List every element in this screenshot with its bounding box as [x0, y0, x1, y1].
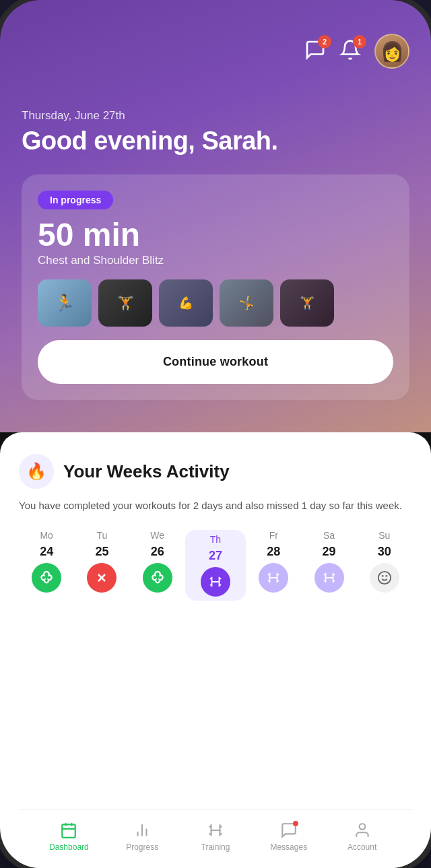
activity-header: 🔥 Your Weeks Activity — [19, 454, 412, 489]
cal-icon-su — [370, 563, 399, 593]
notifications-button[interactable]: 1 — [339, 39, 361, 63]
phone-shell: 2 1 👩 Thursday, June 27th Good evening, … — [0, 0, 431, 868]
cal-day-tu[interactable]: Tu 25 — [74, 530, 129, 593]
activity-title: Your Weeks Activity — [63, 461, 230, 482]
nav-progress[interactable]: Progress — [106, 821, 179, 852]
svg-rect-5 — [63, 824, 76, 838]
cal-num-fr: 28 — [267, 545, 280, 559]
exercise-thumb-1: 🏃 — [38, 279, 92, 327]
bottom-nav: Dashboard Progress — [19, 809, 412, 868]
avatar[interactable]: 👩 — [374, 34, 409, 69]
cal-icon-mo — [32, 563, 61, 593]
cal-label-su: Su — [378, 530, 390, 541]
cal-num-mo: 24 — [40, 545, 53, 559]
greeting-main: Good evening, Sarah. — [22, 127, 409, 156]
exercise-thumbnails: 🏃 🏋️ 💪 🤸 🏋️ — [38, 279, 393, 327]
cal-icon-th — [201, 567, 230, 597]
calendar-week: Mo 24 Tu 25 — [19, 530, 412, 601]
in-progress-badge: In progress — [38, 191, 113, 209]
messages-dot — [293, 821, 298, 826]
cal-icon-tu — [87, 563, 117, 593]
svg-point-2 — [378, 571, 391, 583]
progress-icon — [133, 821, 152, 840]
exercise-thumb-3: 💪 — [159, 279, 213, 327]
nav-account[interactable]: Account — [325, 821, 399, 852]
screen: 2 1 👩 Thursday, June 27th Good evening, … — [0, 0, 431, 868]
notifications-badge: 1 — [353, 35, 366, 48]
cal-label-th: Th — [210, 534, 221, 545]
exercise-thumb-2: 🏋️ — [98, 279, 152, 327]
cal-label-we: We — [150, 530, 164, 541]
cal-label-mo: Mo — [40, 530, 53, 541]
dashboard-icon — [59, 821, 78, 840]
workout-name: Chest and Shoulder Blitz — [38, 254, 393, 267]
nav-messages-label: Messages — [270, 842, 307, 852]
activity-fire-icon: 🔥 — [19, 454, 54, 489]
cal-num-tu: 25 — [95, 545, 108, 559]
account-icon — [353, 821, 372, 840]
nav-messages[interactable]: Messages — [252, 821, 325, 852]
nav-training[interactable]: Training — [179, 821, 253, 852]
activity-description: You have completed your workouts for 2 d… — [19, 498, 412, 514]
cal-day-su[interactable]: Su 30 — [357, 530, 412, 593]
cal-num-th: 27 — [209, 549, 222, 563]
workout-card: In progress 50 min Chest and Shoulder Bl… — [22, 174, 409, 400]
messages-nav-icon — [279, 821, 298, 840]
cal-num-su: 30 — [378, 545, 391, 559]
bottom-section: 🔥 Your Weeks Activity You have completed… — [0, 432, 431, 868]
nav-dashboard-label: Dashboard — [49, 842, 89, 852]
cal-num-we: 26 — [151, 545, 164, 559]
greeting-date: Thursday, June 27th — [22, 109, 409, 123]
cal-num-sa: 29 — [323, 545, 336, 559]
nav-training-label: Training — [201, 842, 230, 852]
exercise-thumb-4: 🤸 — [220, 279, 273, 327]
cal-icon-sa — [314, 563, 344, 593]
cal-day-fr[interactable]: Fr 28 — [246, 530, 301, 593]
cal-day-we[interactable]: We 26 — [130, 530, 185, 593]
cal-day-sa[interactable]: Sa 29 — [301, 530, 356, 593]
cal-label-tu: Tu — [97, 530, 108, 541]
training-icon — [206, 821, 225, 840]
continue-workout-button[interactable]: Continue workout — [38, 340, 393, 384]
cal-day-th[interactable]: Th 27 — [185, 530, 246, 601]
cal-label-sa: Sa — [323, 530, 335, 541]
cal-day-mo[interactable]: Mo 24 — [19, 530, 74, 593]
top-bar: 2 1 👩 — [22, 34, 409, 69]
workout-duration: 50 min — [38, 219, 393, 251]
exercise-thumb-5: 🏋️ — [280, 279, 334, 327]
cal-icon-we — [143, 563, 172, 593]
nav-account-label: Account — [347, 842, 376, 852]
cal-label-fr: Fr — [269, 530, 278, 541]
nav-progress-label: Progress — [126, 842, 158, 852]
messages-button[interactable]: 2 — [304, 39, 326, 63]
messages-badge: 2 — [318, 35, 331, 48]
nav-dashboard[interactable]: Dashboard — [32, 821, 106, 852]
hero-section: 2 1 👩 Thursday, June 27th Good evening, … — [0, 0, 431, 432]
cal-icon-fr — [259, 563, 288, 593]
svg-point-12 — [359, 824, 365, 830]
